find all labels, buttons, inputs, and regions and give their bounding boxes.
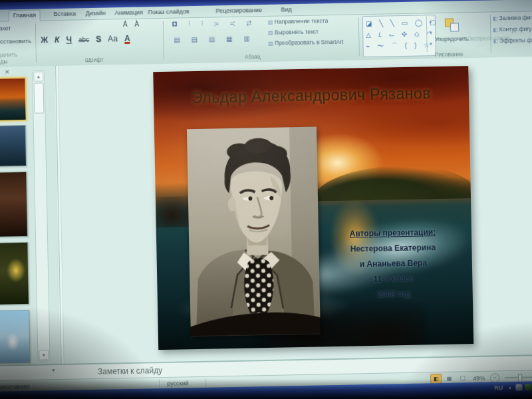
font-size-buttons[interactable]: А́ А̀ xyxy=(123,21,142,29)
slides-group-label: Слайды xyxy=(0,58,8,65)
font-group-label: Шрифт xyxy=(85,57,104,64)
slideshow-view-button[interactable]: 🖵 xyxy=(457,373,468,383)
change-case-button[interactable]: Аа xyxy=(108,34,118,43)
slide-thumbnail-3[interactable] xyxy=(0,172,28,237)
normal-view-button[interactable]: ◧ xyxy=(430,374,442,384)
slide-thumbnail-5[interactable] xyxy=(0,310,31,364)
tab-animation[interactable]: Анимация xyxy=(110,7,147,19)
drawing-group-label: Рисование xyxy=(435,51,464,58)
slide-background-mountain xyxy=(313,164,473,201)
zoom-slider[interactable] xyxy=(505,376,532,378)
align-text-button[interactable]: Выровнять текст xyxy=(268,27,361,36)
shapes-row-2[interactable]: △ 𝘓 ⌙ ✣ ◇ ◠ xyxy=(366,28,432,41)
photographed-monitor: Главная Вставка Дизайн Анимация Показ сл… xyxy=(0,0,532,399)
workspace: ✕ ▲ ▼ xyxy=(0,57,532,365)
shape-outline-button[interactable]: Контур фигуры xyxy=(493,25,532,33)
notes-splitter-icon[interactable]: ▼ xyxy=(51,368,56,372)
shape-style-commands: Заливка фигуры Контур фигуры Эффекты фиг… xyxy=(493,14,532,49)
slide-thumbnail-2[interactable] xyxy=(0,125,27,167)
delete-slide-button[interactable]: Удалить xyxy=(0,51,17,59)
text-direction-button[interactable]: Направление текста xyxy=(268,17,361,25)
arrange-button[interactable]: Упорядочить xyxy=(434,17,469,17)
slides-thumbnail-pane: ✕ ▲ ▼ xyxy=(0,66,61,365)
shapes-gallery[interactable]: ◪ ╲ ╲ ▭ ◯ ▢ △ 𝘓 ⌙ ✣ ◇ ◠ ⌁ 〜 ⌒ ( ) ☆ ▲ ▼ … xyxy=(362,15,436,57)
bold-button[interactable]: Ж xyxy=(41,35,48,45)
zoom-out-button[interactable]: − xyxy=(490,373,499,382)
language-indicator[interactable]: RU xyxy=(494,384,503,391)
layout-button[interactable]: Макет xyxy=(0,25,11,31)
reset-slide-button[interactable]: Восстановить xyxy=(0,38,31,45)
language-status[interactable]: русский xyxy=(167,380,188,387)
slide-thumbnail-4[interactable] xyxy=(0,242,29,305)
tray-icon[interactable] xyxy=(515,384,522,391)
tray-expand-icon[interactable]: ▲ xyxy=(507,385,512,390)
zoom-slider-knob[interactable] xyxy=(518,374,522,382)
slide-canvas[interactable]: Эльдар Александрович Рязанов xyxy=(153,66,473,350)
slide-sorter-view-button[interactable]: ▦ xyxy=(444,374,455,384)
convert-smartart-button[interactable]: Преобразовать в SmartArt xyxy=(268,38,361,47)
authors-text-box[interactable]: Авторы презентации: Нестерова Екатерина … xyxy=(322,225,465,304)
portrait-photo[interactable] xyxy=(187,126,321,336)
italic-button[interactable]: К xyxy=(55,35,60,45)
arrange-label: Упорядочить xyxy=(430,35,473,43)
font-format-buttons: Ж К Ч abc S Аа А xyxy=(41,33,160,45)
shapes-scroll-up-icon[interactable]: ▲ xyxy=(427,16,434,27)
tab-home[interactable]: Главная xyxy=(8,9,41,22)
powerpoint-window: Главная Вставка Дизайн Анимация Показ сл… xyxy=(0,0,532,399)
underline-button[interactable]: Ч xyxy=(66,35,72,45)
paragraph-group-label: Абзац xyxy=(245,53,261,60)
alignment-buttons-row[interactable]: ▤ ▤ ▤ ▦ ▥ xyxy=(174,35,255,43)
scrollbar-thumb[interactable] xyxy=(34,82,45,113)
close-pane-icon[interactable]: ✕ xyxy=(3,68,11,76)
notes-placeholder: Заметки к слайду xyxy=(98,366,162,376)
thumbnail-scrollbar[interactable]: ▲ ▼ xyxy=(32,70,50,361)
theme-status: по умолчанию xyxy=(0,383,30,390)
shape-effects-button[interactable]: Эффекты фигур xyxy=(493,37,532,44)
tab-review[interactable]: Рецензирование xyxy=(211,5,266,18)
authors-line: 2008 год xyxy=(323,286,465,304)
list-buttons-row[interactable]: 🞓 ⫶ ⫶ ≔ ≕ ⇄ xyxy=(172,19,257,28)
tab-insert[interactable]: Вставка xyxy=(49,9,80,21)
shapes-row-3[interactable]: ⌁ 〜 ⌒ ( ) ☆ xyxy=(366,39,432,52)
shapes-gallery-scroll[interactable]: ▲ ▼ ▼ xyxy=(426,16,435,52)
tray-icon-security[interactable] xyxy=(525,384,531,390)
scroll-down-icon[interactable]: ▼ xyxy=(39,350,49,360)
font-color-button[interactable]: А xyxy=(124,35,130,44)
shapes-row-1[interactable]: ◪ ╲ ╲ ▭ ◯ ▢ xyxy=(366,17,432,29)
portrait-image xyxy=(187,126,321,336)
zoom-percentage[interactable]: 49% xyxy=(473,374,485,381)
paragraph-text-commands: Направление текста Выровнять текст Преоб… xyxy=(268,17,362,51)
tab-view[interactable]: Вид xyxy=(277,5,296,17)
strikethrough-button[interactable]: abc xyxy=(78,36,89,43)
scroll-up-icon[interactable]: ▲ xyxy=(33,71,43,81)
text-shadow-button[interactable]: S xyxy=(96,35,101,44)
slide-thumbnail-1[interactable] xyxy=(0,77,27,122)
shape-fill-button[interactable]: Заливка фигуры xyxy=(493,14,532,21)
tab-design[interactable]: Дизайн xyxy=(81,8,110,20)
slide-title-text[interactable]: Эльдар Александрович Рязанов xyxy=(163,84,460,108)
tab-slideshow[interactable]: Показ слайдов xyxy=(144,7,193,19)
arrange-icon-back xyxy=(450,23,459,31)
